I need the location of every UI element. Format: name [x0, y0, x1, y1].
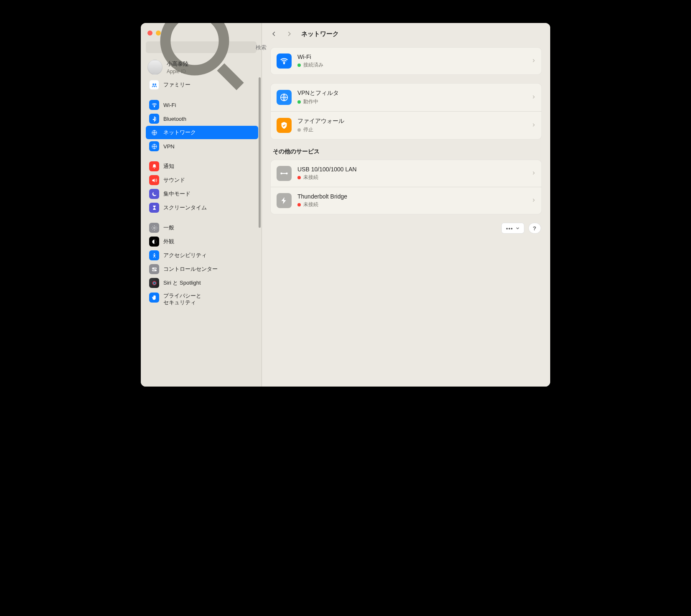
sidebar-item-label: 通知	[163, 163, 174, 170]
svg-point-15	[153, 282, 155, 284]
service-row-firewall[interactable]: ファイアウォール 停止	[271, 111, 541, 139]
appearance-icon	[149, 237, 159, 247]
help-icon: ?	[533, 225, 537, 232]
service-status: 停止	[303, 126, 313, 133]
siri-icon	[149, 278, 159, 288]
primary-services-card: Wi-Fi 接続済み	[270, 47, 542, 75]
ethernet-icon	[277, 166, 292, 181]
sidebar-item-network[interactable]: ネットワーク	[146, 126, 258, 139]
chevron-right-icon	[531, 197, 536, 204]
status-dot	[297, 176, 301, 179]
svg-point-2	[152, 83, 154, 85]
sidebar-item-focus[interactable]: 集中モード	[146, 187, 258, 201]
sidebar-item-privacy[interactable]: プライバシーと セキュリティ	[146, 290, 258, 309]
sidebar-item-label: 外観	[163, 238, 174, 245]
sidebar-item-notifications[interactable]: 通知	[146, 160, 258, 173]
sidebar-item-label: VPN	[163, 143, 175, 150]
sidebar-item-label: サウンド	[163, 176, 185, 184]
settings-window: 小高泰陸 Apple ID ファミリー Wi-Fi	[141, 23, 550, 387]
bluetooth-icon	[149, 114, 159, 124]
service-status: 接続済み	[303, 61, 323, 69]
svg-point-9	[154, 253, 155, 254]
service-status: 動作中	[303, 98, 318, 105]
sidebar-item-control-center[interactable]: コントロールセンター	[146, 262, 258, 276]
sidebar-item-accessibility[interactable]: アクセシビリティ	[146, 249, 258, 262]
chevron-right-icon	[531, 58, 536, 65]
page-title: ネットワーク	[301, 30, 339, 38]
sidebar-item-label: プライバシーと セキュリティ	[163, 293, 201, 306]
status-dot	[297, 128, 301, 132]
sidebar-item-label: Wi-Fi	[163, 102, 176, 108]
forward-button[interactable]	[285, 29, 294, 38]
status-dot	[297, 100, 301, 104]
sidebar-item-appearance[interactable]: 外観	[146, 235, 258, 248]
chevron-right-icon	[531, 94, 536, 101]
sidebar-item-vpn[interactable]: VPN	[146, 140, 258, 153]
vpn-firewall-card: VPNとフィルタ 動作中 ファイアウォール 停止	[270, 83, 542, 140]
service-title: Thunderbolt Bridge	[297, 193, 526, 200]
other-services-card: USB 10/100/1000 LAN 未接続 Thunderbolt Brid…	[270, 160, 542, 214]
service-status: 未接続	[303, 174, 318, 181]
service-row-usb-lan[interactable]: USB 10/100/1000 LAN 未接続	[271, 160, 541, 187]
status-dot	[297, 203, 301, 206]
bell-icon	[149, 161, 159, 171]
account-name: 小高泰陸	[167, 60, 188, 68]
ellipsis-icon: •••	[506, 225, 513, 232]
sidebar-item-label: ファミリー	[163, 81, 191, 89]
other-services-header: その他のサービス	[273, 148, 539, 155]
sidebar-item-wifi[interactable]: Wi-Fi	[146, 98, 258, 112]
sidebar-item-label: Bluetooth	[163, 116, 186, 122]
sidebar-item-family[interactable]: ファミリー	[146, 78, 258, 92]
sidebar-scrollbar[interactable]	[259, 77, 261, 228]
sidebar-item-label: スクリーンタイム	[163, 204, 207, 211]
chevron-right-icon	[531, 170, 536, 177]
avatar	[147, 60, 163, 75]
sidebar-item-sound[interactable]: サウンド	[146, 173, 258, 187]
service-title: USB 10/100/1000 LAN	[297, 166, 526, 173]
thunderbolt-icon	[277, 193, 292, 208]
footer-actions: ••• ?	[270, 223, 542, 234]
more-actions-button[interactable]: •••	[501, 223, 524, 234]
svg-point-4	[154, 106, 155, 107]
back-button[interactable]	[269, 29, 279, 38]
chevron-down-icon	[516, 226, 520, 230]
svg-point-3	[155, 83, 156, 85]
chevron-right-icon	[531, 122, 536, 129]
svg-point-13	[155, 270, 156, 271]
sidebar-item-label: アクセシビリティ	[163, 252, 207, 259]
main-panel: ネットワーク Wi-Fi 接続済み	[262, 23, 550, 387]
globe-icon	[277, 90, 292, 105]
firewall-icon	[277, 118, 292, 133]
sidebar-item-siri[interactable]: Siri と Spotlight	[146, 276, 258, 290]
service-row-thunderbolt[interactable]: Thunderbolt Bridge 未接続	[271, 187, 541, 214]
sidebar-item-label: Siri と Spotlight	[163, 279, 201, 287]
search-field[interactable]	[146, 41, 257, 53]
account-sub: Apple ID	[167, 69, 188, 74]
service-title: ファイアウォール	[297, 117, 526, 125]
sidebar-item-general[interactable]: 一般	[146, 221, 258, 234]
sidebar-item-bluetooth[interactable]: Bluetooth	[146, 112, 258, 125]
service-row-vpn-filter[interactable]: VPNとフィルタ 動作中	[271, 84, 541, 111]
sidebar-item-screentime[interactable]: スクリーンタイム	[146, 201, 258, 214]
family-icon	[149, 80, 159, 90]
sidebar: 小高泰陸 Apple ID ファミリー Wi-Fi	[141, 23, 262, 387]
status-dot	[297, 64, 301, 67]
moon-icon	[149, 189, 159, 199]
vpn-icon	[149, 141, 159, 151]
wifi-icon	[277, 53, 292, 69]
control-center-icon	[149, 264, 159, 274]
hand-icon	[149, 293, 159, 303]
sidebar-item-label: 一般	[163, 224, 174, 232]
sidebar-item-label: 集中モード	[163, 190, 191, 198]
service-status: 未接続	[303, 201, 318, 208]
apple-id-account[interactable]: 小高泰陸 Apple ID	[146, 58, 258, 78]
service-row-wifi[interactable]: Wi-Fi 接続済み	[271, 48, 541, 74]
sound-icon	[149, 175, 159, 185]
service-title: Wi-Fi	[297, 53, 526, 60]
sidebar-item-label: ネットワーク	[163, 129, 196, 136]
gear-icon	[149, 223, 159, 233]
titlebar: ネットワーク	[262, 23, 550, 45]
network-icon	[149, 127, 159, 137]
svg-point-7	[153, 227, 155, 229]
help-button[interactable]: ?	[528, 223, 541, 234]
